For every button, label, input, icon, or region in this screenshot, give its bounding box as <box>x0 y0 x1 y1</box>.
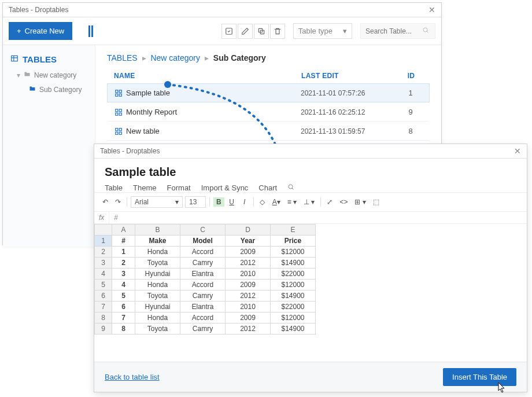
editor-footer: Back to table list Insert This Table <box>94 362 527 392</box>
sidebar-item-sub-category[interactable]: Sub Category <box>3 82 95 97</box>
editor-titlebar: Tables - Droptables ✕ <box>94 144 527 159</box>
window-title: Tables - Droptables <box>9 6 68 14</box>
trash-icon[interactable] <box>270 24 285 39</box>
table-name: Monthly Report <box>126 108 301 116</box>
folder-icon <box>28 85 36 94</box>
chevron-down-icon: ▾ <box>343 27 347 35</box>
rename-icon[interactable] <box>238 24 253 39</box>
search-icon <box>422 27 429 35</box>
table-type-icon <box>114 89 126 97</box>
text-color-icon[interactable]: A ▾ <box>270 197 283 207</box>
titlebar: Tables - Droptables ✕ <box>3 3 441 17</box>
bold-icon[interactable]: B <box>213 197 224 207</box>
grid-icon[interactable]: ⊞ ▾ <box>352 197 368 207</box>
breadcrumb-current: Sub Category <box>213 53 266 63</box>
spreadsheet[interactable]: ABCDE1#MakeModelYearPrice21HondaAccord20… <box>94 224 527 334</box>
underline-icon[interactable]: U <box>227 197 237 207</box>
col-last-edit[interactable]: LAST EDIT <box>301 72 400 80</box>
code-icon[interactable]: <> <box>337 197 350 207</box>
toolbar-icons <box>221 24 285 39</box>
create-new-button[interactable]: + Create New <box>9 22 72 40</box>
editor-window-title: Tables - Droptables <box>100 147 160 155</box>
col-id[interactable]: ID <box>400 72 423 80</box>
svg-rect-10 <box>119 109 121 111</box>
table-editor-window: Tables - Droptables ✕ Sample table Table… <box>94 144 527 392</box>
search-box[interactable] <box>360 23 435 39</box>
table-type-icon <box>114 108 126 116</box>
expand-icon[interactable]: ⤢ <box>324 197 335 207</box>
tab-format[interactable]: Format <box>167 183 191 192</box>
table-name: Sample table <box>126 89 301 97</box>
caret-icon: ▾ <box>17 71 20 79</box>
svg-rect-16 <box>119 132 121 134</box>
svg-rect-14 <box>119 128 121 130</box>
fill-color-icon[interactable]: ◇ <box>257 197 268 207</box>
merge-icon[interactable]: ⬚ <box>371 197 382 207</box>
chevron-down-icon: ▾ <box>175 198 179 206</box>
folder-icon <box>23 71 31 79</box>
table-type-icon <box>114 127 126 135</box>
tab-table[interactable]: Table <box>105 183 123 192</box>
svg-rect-4 <box>12 56 18 61</box>
editor-tabs: Table Theme Format Import & Sync Chart <box>105 183 516 192</box>
svg-rect-6 <box>119 90 121 92</box>
sidebar-item-new-category[interactable]: ▾ New category <box>3 68 95 82</box>
col-name[interactable]: NAME <box>114 72 301 80</box>
svg-rect-11 <box>116 113 118 115</box>
close-icon[interactable]: ✕ <box>428 5 435 14</box>
table-last-edit: 2021-11-01 07:57:26 <box>301 89 399 97</box>
fx-label: fx <box>94 212 109 223</box>
table-row[interactable]: New table2021-11-13 01:59:578 <box>107 122 430 141</box>
table-type-select[interactable]: Table type ▾ <box>293 23 352 39</box>
formula-bar: fx # <box>94 212 527 224</box>
toolbar: + Create New Table type ▾ <box>3 17 441 45</box>
edit-icon[interactable] <box>221 24 237 39</box>
valign-icon[interactable]: ⊥ ▾ <box>301 197 317 207</box>
breadcrumb-root[interactable]: TABLES <box>107 53 138 63</box>
svg-rect-9 <box>116 109 118 111</box>
undo-icon[interactable]: ↶ <box>100 197 110 207</box>
svg-rect-8 <box>119 94 121 96</box>
table-last-edit: 2021-11-16 02:25:12 <box>301 108 399 116</box>
editor-title: Sample table <box>105 166 516 179</box>
font-size-input[interactable]: 13 <box>185 196 206 208</box>
redo-icon[interactable]: ↷ <box>113 197 123 207</box>
sidebar-heading: TABLES <box>3 51 95 68</box>
create-new-label: Create New <box>25 27 65 35</box>
close-icon[interactable]: ✕ <box>514 146 521 156</box>
tables-icon <box>10 54 19 64</box>
svg-point-3 <box>423 28 427 32</box>
insert-table-button[interactable]: Insert This Table <box>443 368 516 386</box>
search-input[interactable] <box>365 27 418 35</box>
table-row[interactable]: Monthly Report2021-11-16 02:25:129 <box>107 102 430 122</box>
fx-value[interactable]: # <box>109 212 123 223</box>
table-row[interactable]: Sample table2021-11-01 07:57:261 <box>107 83 430 102</box>
tab-import-sync[interactable]: Import & Sync <box>201 183 249 192</box>
table-type-label: Table type <box>298 27 332 35</box>
copy-icon[interactable] <box>254 24 269 39</box>
back-to-list-link[interactable]: Back to table list <box>105 373 160 381</box>
align-icon[interactable]: ≡ ▾ <box>285 197 299 207</box>
svg-rect-7 <box>116 94 118 96</box>
svg-rect-5 <box>116 90 118 92</box>
breadcrumb: TABLES ▸ New category ▸ Sub Category <box>107 53 430 63</box>
svg-rect-13 <box>116 128 118 130</box>
table-id: 8 <box>399 127 422 135</box>
search-icon[interactable] <box>287 183 294 192</box>
table-name: New table <box>126 127 301 135</box>
table-id: 1 <box>399 89 422 97</box>
svg-rect-15 <box>116 132 118 134</box>
format-toolbar: ↶ ↷ Arial▾ 13 B U I ◇ A ▾ ≡ ▾ ⊥ ▾ ⤢ <> ⊞… <box>94 192 527 212</box>
tab-chart[interactable]: Chart <box>258 183 277 192</box>
drag-handle-icon[interactable] <box>88 25 93 37</box>
italic-icon[interactable]: I <box>239 197 250 207</box>
svg-rect-12 <box>119 113 121 115</box>
sidebar: TABLES ▾ New category Sub Category <box>3 45 95 247</box>
tab-theme[interactable]: Theme <box>133 183 156 192</box>
table-last-edit: 2021-11-13 01:59:57 <box>301 127 399 135</box>
list-header: NAME LAST EDIT ID <box>107 68 430 83</box>
plus-icon: + <box>17 27 21 35</box>
svg-point-19 <box>289 185 293 189</box>
font-select[interactable]: Arial▾ <box>131 196 183 208</box>
breadcrumb-category[interactable]: New category <box>150 53 200 63</box>
